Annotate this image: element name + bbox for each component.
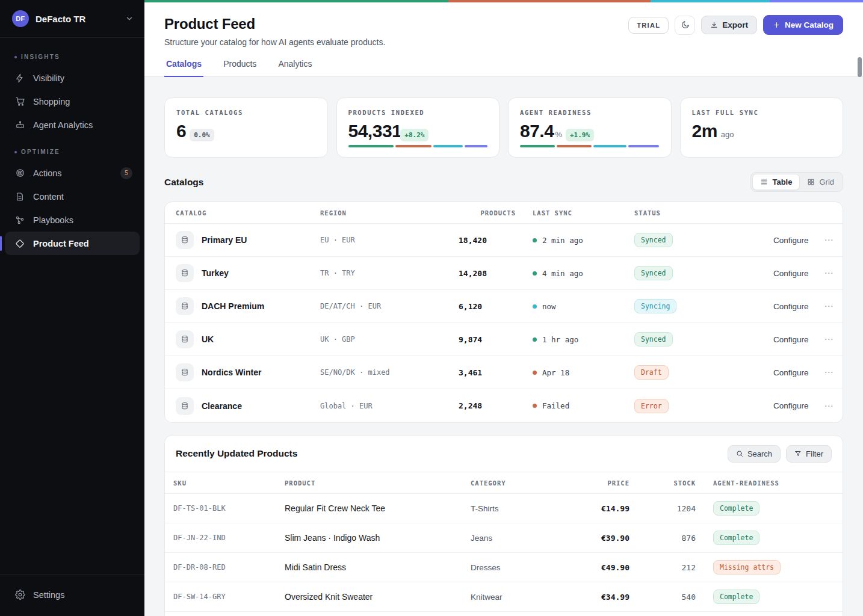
- table-row[interactable]: DF-JN-22-IND Slim Jeans · Indigo Wash Je…: [165, 523, 843, 553]
- readiness-badge: Complete: [713, 531, 759, 545]
- page-subtitle: Structure your catalog for how AI agents…: [164, 37, 843, 47]
- status-badge: Synced: [634, 332, 673, 346]
- grid-icon: [807, 178, 815, 186]
- configure-link[interactable]: Configure: [773, 269, 809, 278]
- brand-avatar: DF: [12, 10, 29, 27]
- table-row[interactable]: Primary EU EU · EUR 18,420 2 min ago Syn…: [165, 224, 843, 257]
- plus-icon: [773, 21, 781, 29]
- filter-funnel-icon: [794, 450, 802, 457]
- tab-catalogs[interactable]: Catalogs: [164, 54, 203, 77]
- readiness-badge: Complete: [713, 501, 759, 516]
- status-badge: Synced: [634, 266, 673, 280]
- vertical-scrollbar[interactable]: [858, 57, 862, 77]
- catalog-last-sync: 4 min ago: [542, 269, 583, 278]
- catalogs-heading: Catalogs: [164, 177, 203, 188]
- catalog-last-sync: now: [542, 302, 556, 311]
- product-stock: 1204: [629, 504, 696, 513]
- catalog-region: UK · GBP: [320, 335, 459, 343]
- export-label: Export: [722, 20, 748, 29]
- product-sku: DF-TS-01-BLK: [173, 504, 285, 513]
- stat-distribution-bar: [348, 145, 488, 147]
- stat-label: LAST FULL SYNC: [692, 109, 832, 116]
- workspace-switcher[interactable]: DF DeFacto TR: [0, 0, 144, 38]
- sidebar-footer: Settings: [0, 574, 144, 616]
- stat-card-agent-readiness: AGENT READINESS 87.4 % +1.9%: [508, 97, 672, 158]
- catalog-products-count: 2,248: [459, 401, 516, 410]
- tab-products[interactable]: Products: [221, 54, 258, 77]
- table-row[interactable]: DF-DR-08-RED Midi Satin Dress Dresses €4…: [165, 553, 843, 582]
- catalog-last-sync: 2 min ago: [542, 236, 583, 245]
- product-category: Knitwear: [471, 593, 578, 602]
- table-row[interactable]: [165, 612, 843, 616]
- table-row[interactable]: DACH Premium DE/AT/CH · EUR 6,120 now Sy…: [165, 290, 843, 323]
- stat-label: PRODUCTS INDEXED: [348, 109, 488, 116]
- sidebar-item-content[interactable]: Content: [5, 185, 140, 208]
- sidebar-item-visibility[interactable]: Visibility: [5, 66, 140, 90]
- sidebar-item-label: Actions: [33, 168, 62, 178]
- catalogs-table-header: CATALOG REGION PRODUCTS LAST SYNC STATUS: [165, 202, 843, 224]
- search-label: Search: [747, 449, 772, 458]
- nodes-icon: [14, 215, 25, 226]
- search-button[interactable]: Search: [728, 445, 781, 463]
- stat-card-last-full-sync: LAST FULL SYNC 2m ago: [680, 97, 844, 158]
- catalog-products-count: 14,208: [459, 269, 516, 278]
- product-sku: DF-JN-22-IND: [173, 534, 285, 542]
- page-content: TOTAL CATALOGS 6 0.0% PRODUCTS INDEXED 5…: [144, 77, 863, 616]
- catalog-last-sync: 1 hr ago: [542, 335, 578, 344]
- readiness-badge: Complete: [713, 590, 759, 604]
- product-category: Jeans: [471, 534, 578, 543]
- theme-toggle-button[interactable]: [675, 16, 695, 35]
- table-row[interactable]: DF-TS-01-BLK Regular Fit Crew Neck Tee T…: [165, 494, 843, 523]
- tab-bar: Catalogs Products Analytics: [164, 54, 314, 77]
- sidebar-item-product-feed[interactable]: Product Feed: [5, 232, 140, 255]
- document-icon: [14, 191, 25, 202]
- table-row[interactable]: Clearance Global · EUR 2,248 Failed Erro…: [165, 389, 843, 422]
- new-catalog-button[interactable]: New Catalog: [763, 15, 843, 35]
- view-toggle-grid-label: Grid: [819, 177, 834, 186]
- product-sku: DF-SW-14-GRY: [173, 593, 285, 601]
- catalog-products-count: 3,461: [459, 368, 516, 377]
- configure-link[interactable]: Configure: [773, 236, 809, 245]
- gear-icon: [14, 590, 25, 600]
- database-icon: [176, 397, 194, 415]
- export-button[interactable]: Export: [701, 16, 757, 34]
- column-header-status: STATUS: [634, 209, 773, 217]
- sidebar-item-label: Settings: [33, 590, 64, 600]
- sidebar-item-settings[interactable]: Settings: [5, 583, 140, 606]
- filter-button[interactable]: Filter: [786, 445, 832, 463]
- product-name: Oversized Knit Sweater: [285, 592, 471, 602]
- stat-label: AGENT READINESS: [520, 109, 660, 116]
- sidebar-item-shopping[interactable]: Shopping: [5, 90, 140, 113]
- catalog-region: DE/AT/CH · EUR: [320, 302, 459, 310]
- view-toggle-grid[interactable]: Grid: [800, 174, 841, 190]
- product-sku: DF-DR-08-RED: [173, 563, 285, 571]
- actions-count-badge: 5: [120, 167, 132, 179]
- view-toggle-table[interactable]: Table: [752, 174, 800, 190]
- sidebar-item-agent-analytics[interactable]: Agent Analytics: [5, 113, 140, 137]
- configure-link[interactable]: Configure: [773, 401, 809, 410]
- configure-link[interactable]: Configure: [773, 302, 809, 311]
- product-category: Dresses: [471, 563, 578, 572]
- configure-link[interactable]: Configure: [773, 368, 809, 377]
- product-stock: 212: [629, 563, 696, 572]
- nav-section-insights: INSIGHTS: [5, 46, 140, 66]
- product-price: €49.90: [578, 563, 629, 572]
- sidebar-item-label: Shopping: [33, 97, 70, 106]
- product-stock: 876: [629, 534, 696, 543]
- sidebar-item-playbooks[interactable]: Playbooks: [5, 208, 140, 232]
- table-row[interactable]: Turkey TR · TRY 14,208 4 min ago Synced …: [165, 257, 843, 290]
- target-icon: [14, 168, 25, 179]
- stat-change-badge: 0.0%: [190, 129, 214, 141]
- table-row[interactable]: DF-SW-14-GRY Oversized Knit Sweater Knit…: [165, 582, 843, 612]
- status-badge: Syncing: [634, 299, 676, 313]
- stat-suffix: %: [555, 130, 562, 139]
- tab-analytics[interactable]: Analytics: [276, 54, 314, 77]
- table-row[interactable]: UK UK · GBP 9,874 1 hr ago Synced Config…: [165, 323, 843, 356]
- sync-status-dot: [533, 238, 537, 242]
- stats-row: TOTAL CATALOGS 6 0.0% PRODUCTS INDEXED 5…: [164, 97, 843, 158]
- configure-link[interactable]: Configure: [773, 335, 809, 344]
- sidebar-item-actions[interactable]: Actions 5: [5, 161, 140, 185]
- trial-badge: TRIAL: [628, 17, 669, 34]
- stat-value: 6: [176, 121, 186, 141]
- table-row[interactable]: Nordics Winter SE/NO/DK · mixed 3,461 Ap…: [165, 356, 843, 389]
